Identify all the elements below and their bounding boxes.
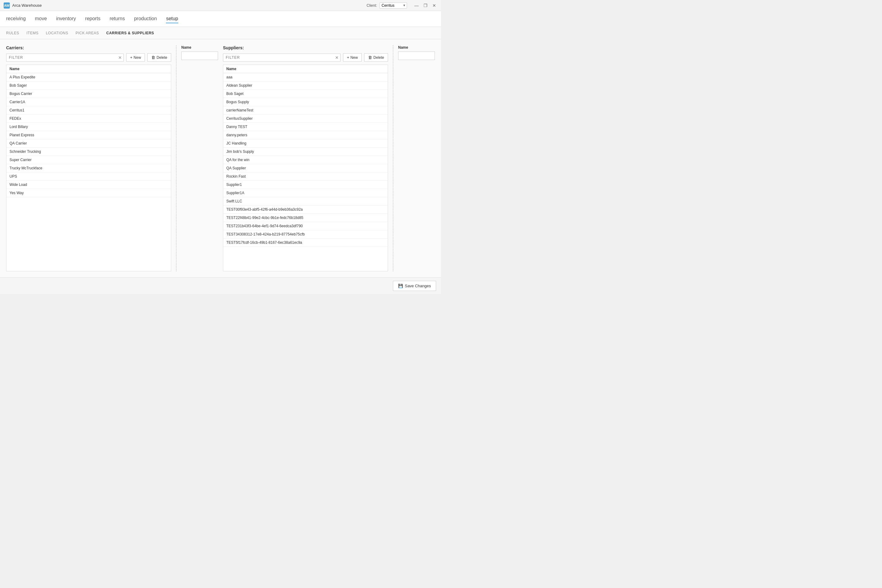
main-window: AW Arca Warehouse Client: Cerritus ▼ — ❐… [0,0,441,294]
carriers-section: Carriers: ✕ + New 🗑 Delete Name [6,45,171,272]
carriers-toolbar: ✕ + New 🗑 Delete [6,53,171,62]
suppliers-list-body[interactable]: aaaAldean SupplierBob SagetBogus Supplyc… [223,73,388,271]
table-row[interactable]: FEDEx [6,114,171,123]
table-row[interactable]: TEST5f17fcdf-16cb-49b1-8167-6ec38a61ec9a [223,238,388,247]
client-label: Client: [367,3,377,8]
window-controls: — ❐ ✕ [413,3,437,9]
table-row[interactable]: aaa [223,73,388,81]
save-icon: 💾 [398,284,403,288]
table-row[interactable]: Super Carrier [6,156,171,164]
table-row[interactable]: Schneider Trucking [6,148,171,156]
carriers-delete-label: Delete [156,56,167,60]
nav-returns[interactable]: returns [110,15,125,23]
table-row[interactable]: UPS [6,172,171,181]
suppliers-filter-input[interactable] [223,54,340,62]
carriers-filter-clear[interactable]: ✕ [118,55,122,60]
carriers-list-header: Name [6,65,171,73]
table-row[interactable]: Cerritus1 [6,106,171,114]
table-row[interactable]: QA for the win [223,156,388,164]
maximize-button[interactable]: ❐ [422,3,429,9]
sub-nav-carriers-suppliers[interactable]: CARRIERS & SUPPLIERS [106,30,154,36]
table-row[interactable]: Bob Saget [223,90,388,98]
suppliers-delete-icon: 🗑 [368,55,372,60]
carriers-new-button[interactable]: + New [126,53,145,62]
sub-nav-pick-areas[interactable]: PICK AREAS [76,30,99,36]
table-row[interactable]: TEST231b43f3-64be-4ef1-9d74-6eedca3df790 [223,222,388,230]
carriers-filter-input[interactable] [6,54,124,62]
sub-nav-rules[interactable]: RULES [6,30,19,36]
suppliers-name-header: Name [226,67,236,71]
suppliers-list-container: Name aaaAldean SupplierBob SagetBogus Su… [223,64,388,272]
sub-nav-locations[interactable]: LOCATIONS [46,30,68,36]
table-row[interactable]: Bogus Supply [223,98,388,106]
suppliers-list-header: Name [223,65,388,73]
table-row[interactable]: TEST00f93e43-abf5-42f6-a44d-b9eb36a3c92a [223,206,388,214]
suppliers-title: Suppliers: [223,45,388,50]
suppliers-new-icon: + [347,55,350,60]
table-row[interactable]: Bob Sager [6,81,171,90]
sub-nav: RULES ITEMS LOCATIONS PICK AREAS CARRIER… [0,27,441,39]
carriers-name-header: Name [9,67,20,71]
save-changes-button[interactable]: 💾 Save Changes [393,281,436,291]
table-row[interactable]: Rockin Fast [223,172,388,181]
suppliers-name-input[interactable] [398,51,435,60]
carriers-list-body[interactable]: A Plus ExpediteBob SagerBogus CarrierCar… [6,73,171,271]
main-content: Carriers: ✕ + New 🗑 Delete Name [0,39,441,278]
table-row[interactable]: CerritusSupplier [223,114,388,123]
suppliers-filter-wrapper: ✕ [223,54,340,62]
table-row[interactable]: Danny TEST [223,123,388,131]
table-row[interactable]: Planet Express [6,131,171,140]
client-select[interactable]: Cerritus [380,3,407,9]
suppliers-name-panel-label: Name [398,45,435,50]
table-row[interactable]: TEST22f48b41-99e2-4cbc-9b1e-fedc76b18d85 [223,214,388,222]
carriers-new-icon: + [130,55,133,60]
table-row[interactable]: carrierNameTest [223,106,388,114]
carriers-delete-button[interactable]: 🗑 Delete [147,53,171,62]
table-row[interactable]: TEST34308312-17e8-424a-b219-87754eb75cfb [223,230,388,238]
table-row[interactable]: Swift LLC [223,197,388,206]
table-row[interactable]: danny.peters [223,131,388,140]
carriers-new-label: New [134,56,141,60]
bottom-bar: 💾 Save Changes [0,278,441,294]
nav-bar: receiving move inventory reports returns… [0,11,441,27]
carriers-name-panel-label: Name [181,45,218,50]
nav-reports[interactable]: reports [85,15,100,23]
nav-move[interactable]: move [35,15,47,23]
nav-inventory[interactable]: inventory [56,15,76,23]
table-row[interactable]: QA Carrier [6,140,171,148]
table-row[interactable]: QA Supplier [223,164,388,172]
title-bar-left: AW Arca Warehouse [4,3,42,9]
carriers-name-panel: Name [181,45,218,272]
table-row[interactable]: Bogus Carrier [6,90,171,98]
table-row[interactable]: Supplier1 [223,181,388,189]
nav-receiving[interactable]: receiving [6,15,26,23]
client-select-wrapper: Cerritus ▼ [380,3,407,9]
close-button[interactable]: ✕ [431,3,437,9]
suppliers-new-label: New [350,56,358,60]
table-row[interactable]: A Plus Expedite [6,73,171,81]
table-row[interactable]: Jim bob's Supply [223,148,388,156]
minimize-button[interactable]: — [413,3,420,9]
app-title: Arca Warehouse [12,3,42,8]
suppliers-toolbar: ✕ + New 🗑 Delete [223,53,388,62]
sub-nav-items[interactable]: ITEMS [27,30,39,36]
app-icon: AW [4,3,10,9]
table-row[interactable]: Trucky McTruckface [6,164,171,172]
table-row[interactable]: Supplier1A [223,189,388,197]
title-bar-right: Client: Cerritus ▼ — ❐ ✕ [367,3,437,9]
carriers-filter-wrapper: ✕ [6,54,124,62]
suppliers-section: Suppliers: ✕ + New 🗑 Delete Name [223,45,388,272]
suppliers-new-button[interactable]: + New [343,53,362,62]
suppliers-filter-clear[interactable]: ✕ [335,55,339,60]
table-row[interactable]: JC Handling [223,140,388,148]
suppliers-delete-button[interactable]: 🗑 Delete [364,53,388,62]
nav-setup[interactable]: setup [166,15,178,23]
carriers-name-input[interactable] [181,51,218,60]
carriers-list-container: Name A Plus ExpediteBob SagerBogus Carri… [6,64,171,272]
table-row[interactable]: Aldean Supplier [223,81,388,90]
table-row[interactable]: Lord Billary [6,123,171,131]
nav-production[interactable]: production [134,15,157,23]
table-row[interactable]: Wide Load [6,181,171,189]
table-row[interactable]: Yes Way [6,189,171,197]
table-row[interactable]: Carrier1A [6,98,171,106]
